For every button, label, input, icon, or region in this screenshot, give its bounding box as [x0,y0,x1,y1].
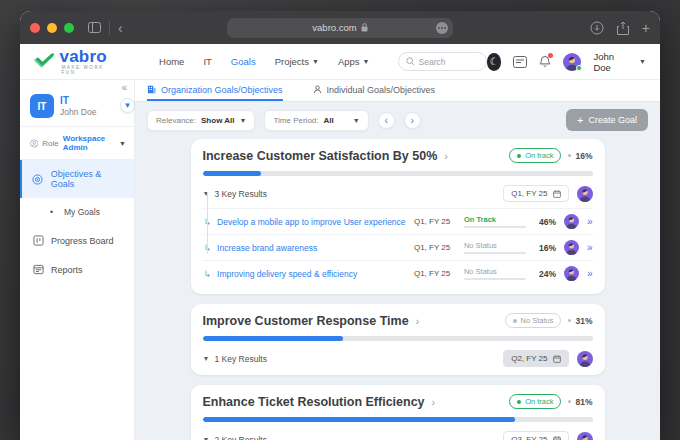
key-results-count: 3 Key Results [214,189,266,199]
goal-percent: 31% [575,316,592,326]
double-chevron-icon[interactable]: » [587,268,593,279]
logo-tagline: MAKE WORK FUN [60,66,118,75]
individual-icon [313,85,322,94]
back-button[interactable]: ‹ [118,21,123,35]
workspace-name: IT [60,95,96,107]
key-result-status: No Status [464,267,526,276]
browser-sidebar-icon[interactable] [88,22,101,33]
previous-period-button[interactable]: ‹ [378,112,395,129]
goal-progress-bar [203,417,593,422]
divider [109,21,110,35]
notifications-bell-icon[interactable] [539,55,551,68]
tab-organization-goals[interactable]: Organization Goals/Objectives [147,80,283,101]
subtask-arrow-icon: ↳ [204,217,212,227]
app-header: vabro MAKE WORK FUN Home IT Goals Projec… [20,44,660,80]
next-period-button[interactable]: › [404,112,421,129]
filter-row: Relevance: Show All ▼ Time Period: All ▼… [147,109,648,131]
chevron-down-icon[interactable]: ▼ [639,58,646,65]
key-results-count: 2 Key Results [214,435,266,440]
share-icon[interactable] [617,21,629,35]
vabro-app: vabro MAKE WORK FUN Home IT Goals Projec… [20,44,660,440]
user-avatar[interactable] [563,53,581,71]
chevron-right-icon[interactable]: › [432,396,436,408]
goal-title[interactable]: Enhance Ticket Resolution Efficiency [203,395,425,409]
key-result-link[interactable]: Develop a mobile app to improve User exp… [217,217,408,227]
dark-mode-toggle[interactable]: ☾ [487,53,502,71]
url-bar[interactable]: vabro.com [227,18,453,38]
workspace-switcher[interactable]: IT IT John Doe ▼ [20,84,134,126]
assignee-avatar [564,266,579,281]
nav-home[interactable]: Home [159,56,184,67]
main-panel: Organization Goals/Objectives Individual… [135,80,660,440]
status-badge: On track [509,148,561,163]
status-badge: No Status [505,313,562,328]
create-goal-button[interactable]: + Create Goal [566,109,648,131]
chevron-right-icon[interactable]: › [444,150,448,162]
sidebar-item-reports[interactable]: Reports [20,255,134,284]
workspace-chevron-icon[interactable]: ▼ [120,98,135,113]
key-result-status: No Status [464,241,526,250]
goal-cards: Increase Customer Satisfaction By 50% › … [191,139,605,440]
logo-check-icon [34,53,57,71]
goal-progress-fill [203,171,262,176]
time-period-filter[interactable]: Time Period: All ▼ [264,110,368,131]
relevance-filter[interactable]: Relevance: Show All ▼ [147,110,255,131]
site-settings-icon[interactable] [436,22,448,34]
browser-chrome: ‹ vabro.com + [20,11,660,44]
goal-card: Improve Customer Response Time › No Stat… [191,304,605,375]
key-result-row: ↳ Develop a mobile app to improve User e… [203,208,593,234]
card-view-icon[interactable] [513,56,527,68]
url-text: vabro.com [312,22,356,33]
key-results-count: 1 Key Results [214,354,266,364]
new-tab-icon[interactable]: + [642,20,650,36]
role-value: Workspace Admin [63,134,115,152]
double-chevron-icon[interactable]: » [587,242,593,253]
downloads-icon[interactable] [590,21,604,35]
period-selector[interactable]: Q2, FY 25 [503,350,568,367]
close-window-button[interactable] [30,23,40,33]
goal-percent: 81% [575,397,592,407]
assignee-avatar [564,214,579,229]
report-icon [32,264,44,275]
search-input[interactable] [419,57,479,67]
maximize-window-button[interactable] [64,23,74,33]
vabro-logo[interactable]: vabro MAKE WORK FUN [34,48,117,75]
board-icon [32,235,44,246]
collapse-caret-icon[interactable]: ▼ [203,355,210,362]
key-result-link[interactable]: Improving delivery speed & efficiency [217,269,408,279]
sidebar-item-objectives-goals[interactable]: Objectives & Goals [20,160,134,198]
calendar-icon [553,436,561,440]
target-icon [32,174,44,185]
double-chevron-icon[interactable]: » [587,216,593,227]
period-selector[interactable]: Q3, FY 25 [503,431,568,440]
sidebar: « IT IT John Doe ▼ Role Workspace Admin … [20,80,135,440]
goal-owner-avatar [577,432,593,440]
status-badge: On track [509,394,561,409]
nav-it[interactable]: IT [203,56,211,67]
tab-individual-goals[interactable]: Individual Goals/Objectives [313,80,436,101]
nav-projects[interactable]: Projects▼ [275,56,319,67]
search-box[interactable] [398,52,487,71]
lock-icon [361,23,368,32]
search-icon [406,57,415,66]
collapse-caret-icon[interactable]: ▼ [203,436,210,440]
chevron-down-icon: ▼ [353,117,360,124]
chevron-down-icon: ▼ [312,58,319,65]
sidebar-item-progress-board[interactable]: Progress Board [20,226,134,255]
online-status-dot [576,65,582,71]
key-result-link[interactable]: Increase brand awareness [217,243,408,253]
sidebar-item-my-goals[interactable]: My Goals [20,198,134,226]
minimize-window-button[interactable] [47,23,57,33]
goal-title[interactable]: Increase Customer Satisfaction By 50% [203,149,438,163]
role-selector[interactable]: Role Workspace Admin ▼ [20,126,134,160]
goal-title[interactable]: Improve Customer Response Time [203,314,409,328]
period-selector[interactable]: Q1, FY 25 [503,185,568,202]
nav-apps[interactable]: Apps▼ [338,56,370,67]
key-result-row: ↳ Improving delivery speed & efficiency … [203,260,593,286]
goal-progress-fill [203,336,343,341]
nav-goals[interactable]: Goals [231,56,256,67]
chevron-down-icon: ▼ [363,58,370,65]
chevron-right-icon[interactable]: › [416,315,420,327]
assignee-avatar [564,240,579,255]
organization-icon [147,85,156,94]
